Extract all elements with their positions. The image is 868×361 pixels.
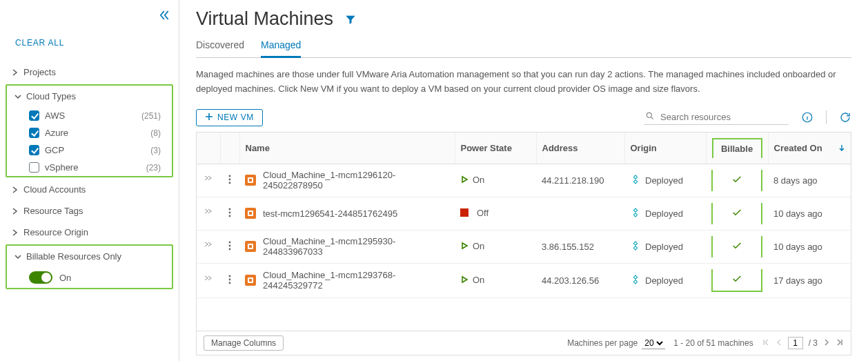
page-last-icon[interactable] (836, 338, 844, 349)
filter-item-label: GCP (45, 145, 64, 155)
row-actions-icon[interactable] (228, 176, 231, 186)
billable-toggle-state: On (59, 273, 71, 283)
vm-origin: Deployed (645, 242, 683, 252)
filter-billable-only-toggle[interactable]: Billable Resources Only (11, 246, 168, 267)
page-description: Managed machines are those under full VM… (196, 68, 851, 97)
page-next-icon[interactable] (823, 338, 830, 348)
expand-row-icon[interactable] (204, 209, 213, 219)
manage-columns-button[interactable]: Manage Columns (204, 335, 284, 351)
vm-table: Name Power State Address Origin Billable… (196, 132, 851, 355)
expand-row-icon[interactable] (204, 176, 213, 186)
power-state-label: On (473, 175, 484, 185)
vm-address: 3.86.155.152 (542, 242, 594, 252)
filter-projects-toggle[interactable]: Projects (8, 61, 170, 83)
toolbar-divider (826, 110, 827, 124)
filter-item-count: (8) (150, 128, 161, 138)
search-input[interactable] (660, 112, 785, 122)
svg-point-0 (647, 113, 651, 117)
power-state-label: Off (477, 208, 489, 218)
filter-icon[interactable] (344, 13, 357, 26)
vm-name-link[interactable]: Cloud_Machine_1-mcm1295930-244833967033 (263, 236, 395, 257)
chevron-right-icon (11, 229, 19, 236)
billable-toggle-switch[interactable] (29, 271, 52, 284)
filter-billable-only-label: Billable Resources Only (26, 251, 121, 262)
filter-item-aws[interactable]: AWS (251) (29, 107, 168, 124)
search-icon (645, 111, 655, 123)
filter-cloud-accounts-label: Cloud Accounts (23, 184, 86, 195)
vm-address: 44.211.218.190 (542, 175, 604, 186)
chevron-down-icon (14, 93, 22, 100)
sort-desc-icon[interactable] (838, 143, 845, 153)
row-actions-icon[interactable] (228, 209, 231, 219)
page-title: Virtual Machines (196, 8, 333, 30)
filter-item-count: (3) (150, 146, 161, 155)
chevron-right-icon (11, 186, 19, 193)
vm-icon (245, 175, 256, 186)
new-vm-button[interactable]: NEW VM (196, 109, 263, 126)
tabs: Discovered Managed (196, 35, 851, 58)
svg-point-2 (229, 175, 231, 177)
billable-check-icon (731, 273, 742, 286)
vm-name-link[interactable]: Cloud_Machine_1-mcm1293768-244245329772 (263, 270, 395, 291)
filter-item-count: (23) (146, 163, 161, 173)
filter-cloud-types-toggle[interactable]: Cloud Types (11, 86, 168, 107)
expand-row-icon[interactable] (204, 242, 213, 253)
col-origin[interactable]: Origin (624, 133, 706, 164)
collapse-sidebar-icon[interactable] (157, 8, 170, 22)
tab-managed[interactable]: Managed (261, 35, 301, 58)
chevron-right-icon (11, 208, 19, 215)
refresh-icon[interactable] (839, 111, 851, 124)
filter-cloud-types-group: Cloud Types AWS (251) Azure (8) GCP (3) … (6, 84, 173, 177)
col-address[interactable]: Address (536, 133, 624, 164)
filter-projects-label: Projects (23, 67, 56, 77)
col-power[interactable]: Power State (455, 133, 536, 164)
table-row: Cloud_Machine_1-mcm1293768-244245329772 … (197, 263, 851, 297)
filter-resource-tags-toggle[interactable]: Resource Tags (8, 200, 170, 222)
filter-resource-origin-toggle[interactable]: Resource Origin (8, 222, 170, 243)
vm-name-link[interactable]: Cloud_Machine_1-mcm1296120-245022878950 (263, 170, 395, 191)
pagination-range: 1 - 20 of 51 machines (673, 338, 753, 348)
vm-created-on: 8 days ago (773, 175, 818, 186)
filter-item-vsphere[interactable]: vSphere (23) (29, 159, 168, 176)
table-row: test-mcm1296541-244851762495 Off Deploye… (197, 197, 851, 230)
page-first-icon[interactable] (762, 338, 770, 349)
tab-discovered[interactable]: Discovered (196, 35, 244, 57)
checkbox-icon[interactable] (29, 128, 39, 138)
checkbox-icon[interactable] (29, 110, 39, 121)
page-prev-icon[interactable] (776, 338, 782, 348)
row-actions-icon[interactable] (228, 276, 231, 286)
clear-all-button[interactable]: CLEAR ALL (4, 34, 175, 61)
checkbox-icon[interactable] (29, 162, 39, 173)
main-content: Virtual Machines Discovered Managed Mana… (179, 0, 868, 361)
col-created[interactable]: Created On (768, 133, 851, 164)
plus-icon (205, 113, 213, 123)
page-number-input[interactable] (788, 337, 803, 349)
filter-item-azure[interactable]: Azure (8) (29, 124, 168, 142)
info-icon[interactable] (801, 111, 813, 124)
vm-origin: Deployed (645, 175, 683, 186)
deployed-icon (630, 240, 641, 253)
svg-point-9 (229, 244, 231, 246)
filter-item-label: Azure (45, 128, 68, 138)
chevron-right-icon (11, 69, 19, 76)
filter-billable-only-group: Billable Resources Only On (6, 244, 173, 289)
deployed-icon (630, 274, 641, 287)
search-resources[interactable] (644, 110, 789, 125)
vm-created-on: 17 days ago (773, 275, 822, 286)
new-vm-label: NEW VM (217, 113, 254, 122)
power-off-icon (460, 208, 468, 217)
per-page-select[interactable]: 20 (642, 338, 665, 349)
row-actions-icon[interactable] (228, 242, 231, 253)
svg-point-5 (229, 208, 231, 210)
per-page-label: Machines per page (567, 338, 638, 348)
vm-name-link[interactable]: test-mcm1296541-244851762495 (263, 208, 397, 219)
expand-row-icon[interactable] (204, 276, 213, 286)
billable-check-icon (731, 174, 742, 187)
col-billable[interactable]: Billable (712, 138, 762, 158)
col-name[interactable]: Name (239, 133, 455, 164)
filter-item-gcp[interactable]: GCP (3) (29, 142, 168, 159)
checkbox-icon[interactable] (29, 145, 39, 155)
svg-point-4 (229, 182, 231, 184)
filter-cloud-accounts-toggle[interactable]: Cloud Accounts (8, 179, 170, 200)
svg-point-10 (229, 248, 231, 250)
